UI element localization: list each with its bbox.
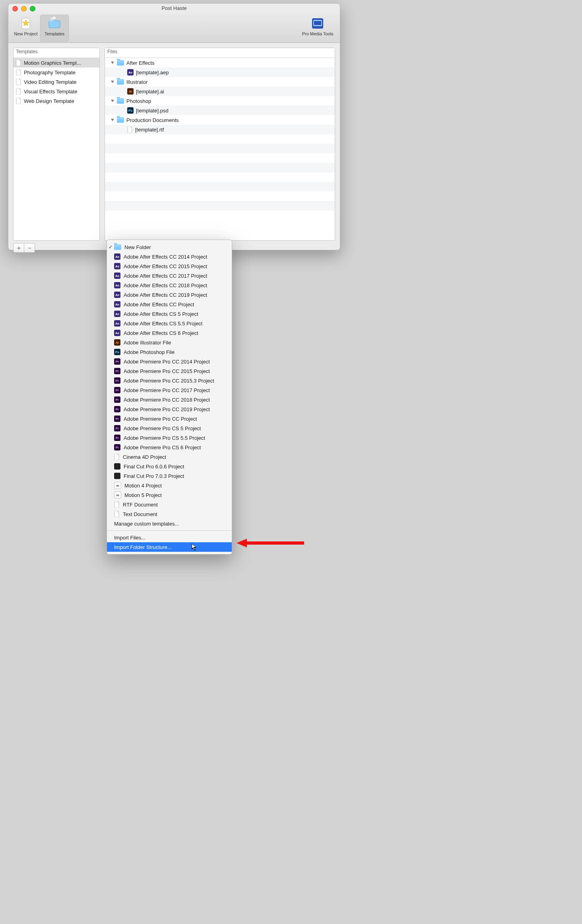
new-project-label: New Project <box>14 31 37 36</box>
menu-item[interactable]: PrAdobe Premiere Pro CC 2017 Project <box>107 385 232 395</box>
zoom-window-button[interactable] <box>30 6 35 12</box>
pr-app-icon: Pr <box>114 444 120 450</box>
new-project-icon <box>18 16 34 31</box>
new-project-button[interactable]: New Project <box>12 15 40 42</box>
menu-item[interactable]: mMotion 4 Project <box>107 481 232 490</box>
document-icon <box>16 60 21 66</box>
templates-list[interactable]: Motion Graphics Templ...Photography Temp… <box>14 58 99 240</box>
file-row[interactable]: Ae[template].aep <box>105 68 335 77</box>
templates-button[interactable]: Templates <box>40 15 69 42</box>
menu-item[interactable]: AeAdobe After Effects CC 2019 Project <box>107 290 232 300</box>
template-row[interactable]: Motion Graphics Templ... <box>14 58 99 68</box>
blk-app-icon <box>114 463 120 470</box>
menu-item[interactable]: AeAdobe After Effects CC Project <box>107 300 232 309</box>
file-label: Photoshop <box>126 98 151 104</box>
menu-item[interactable]: Text Document <box>107 509 232 519</box>
menu-item-manage[interactable]: Manage custom templates... <box>107 519 232 528</box>
file-label: After Effects <box>126 60 155 66</box>
ae-app-icon: Ae <box>114 282 120 288</box>
menu-item-label: Adobe Photoshop File <box>124 349 175 355</box>
menu-item-import-folder-structure[interactable]: Import Folder Structure... <box>107 542 232 552</box>
menu-item[interactable]: PrAdobe Premiere Pro CC 2015.3 Project <box>107 376 232 385</box>
menu-item-label: Adobe After Effects CC 2018 Project <box>124 282 207 288</box>
file-row[interactable]: [template].rtf <box>105 125 335 134</box>
menu-item[interactable]: Cinema 4D Project <box>107 452 232 462</box>
menu-item[interactable]: AeAdobe After Effects CS 5 Project <box>107 309 232 319</box>
menu-item[interactable]: PrAdobe Premiere Pro CC 2018 Project <box>107 395 232 404</box>
pr-app-icon: Pr <box>114 416 120 422</box>
remove-template-button[interactable]: － <box>24 243 35 253</box>
svg-marker-13 <box>111 119 114 121</box>
menu-separator <box>107 530 232 531</box>
menu-item-import-files[interactable]: Import Files... <box>107 533 232 542</box>
folder-row[interactable]: Photoshop <box>105 96 335 106</box>
menu-item-label: Manage custom templates... <box>114 521 179 527</box>
template-row[interactable]: Web Design Template <box>14 96 99 106</box>
ae-app-icon: Ae <box>114 263 120 269</box>
menu-item[interactable]: PrAdobe Premiere Pro CS 5.5 Project <box>107 433 232 443</box>
disclosure-triangle-icon[interactable] <box>111 61 114 65</box>
folder-row[interactable]: After Effects <box>105 58 335 68</box>
menu-item-label: Adobe Premiere Pro CS 5 Project <box>124 425 201 431</box>
ae-app-icon: Ae <box>114 292 120 298</box>
menu-item[interactable]: mMotion 5 Project <box>107 490 232 500</box>
empty-row <box>105 211 335 220</box>
empty-row <box>105 134 335 144</box>
disclosure-triangle-icon[interactable] <box>111 80 114 84</box>
menu-item-label: Motion 5 Project <box>124 492 162 498</box>
menu-item[interactable]: RTF Document <box>107 500 232 509</box>
menu-item-label: Adobe Premiere Pro CC 2017 Project <box>124 387 210 393</box>
menu-item[interactable]: AeAdobe After Effects CC 2018 Project <box>107 280 232 290</box>
menu-item-label: Adobe Premiere Pro CC 2014 Project <box>124 359 210 365</box>
template-row[interactable]: Visual Effects Template <box>14 87 99 96</box>
menu-item-label: New Folder <box>124 244 151 250</box>
add-template-button[interactable]: ＋ <box>13 243 24 253</box>
pro-media-tools-button[interactable]: Pro Media Tools <box>299 15 337 42</box>
svg-rect-8 <box>314 20 322 21</box>
file-label: [template].psd <box>136 108 169 114</box>
menu-item[interactable]: AeAdobe After Effects CC 2015 Project <box>107 261 232 271</box>
menu-item-label: Text Document <box>123 511 157 517</box>
disclosure-triangle-icon[interactable] <box>111 99 114 103</box>
blk-app-icon <box>114 473 120 479</box>
menu-item[interactable]: PrAdobe Premiere Pro CC 2014 Project <box>107 357 232 366</box>
window-body: Templates Motion Graphics Templ...Photog… <box>8 43 340 241</box>
menu-item[interactable]: PrAdobe Premiere Pro CC 2015 Project <box>107 366 232 376</box>
folder-row[interactable]: Illustrator <box>105 77 335 87</box>
menu-item[interactable]: PrAdobe Premiere Pro CC 2019 Project <box>107 404 232 414</box>
disclosure-triangle-icon[interactable] <box>111 118 114 122</box>
menu-item-label: Adobe After Effects CS 5 Project <box>124 311 198 317</box>
template-row[interactable]: Video Editing Template <box>14 77 99 87</box>
menu-item[interactable]: PrAdobe Premiere Pro CS 5 Project <box>107 423 232 433</box>
menu-item[interactable]: AiAdobe Illustrator File <box>107 338 232 347</box>
template-row[interactable]: Photography Template <box>14 68 99 77</box>
template-label: Motion Graphics Templ... <box>24 60 81 66</box>
files-list[interactable]: After EffectsAe[template].aepIllustrator… <box>105 58 335 240</box>
menu-item[interactable]: Final Cut Pro 7.0.3 Project <box>107 471 232 481</box>
add-file-popup-menu[interactable]: ✓New FolderAeAdobe After Effects CC 2014… <box>107 240 232 555</box>
close-window-button[interactable] <box>12 6 18 12</box>
menu-item[interactable]: ✓New Folder <box>107 242 232 252</box>
menu-item-label: Adobe After Effects CS 6 Project <box>124 330 198 336</box>
menu-item[interactable]: Final Cut Pro 6.0.6 Project <box>107 462 232 471</box>
file-row[interactable]: Ai[template].ai <box>105 87 335 96</box>
menu-item-label: Adobe Premiere Pro CC Project <box>124 416 197 422</box>
minimize-window-button[interactable] <box>21 6 27 12</box>
pr-app-icon: Pr <box>114 406 120 412</box>
screen: { "window_title":"Post Haste", "toolbar"… <box>0 0 582 924</box>
pro-media-tools-icon <box>310 16 326 31</box>
menu-item[interactable]: PrAdobe Premiere Pro CS 6 Project <box>107 443 232 452</box>
svg-marker-12 <box>111 100 114 102</box>
menu-item-label: Adobe Premiere Pro CS 5.5 Project <box>124 435 205 441</box>
menu-item[interactable]: AeAdobe After Effects CS 5.5 Project <box>107 319 232 328</box>
folder-row[interactable]: Production Documents <box>105 115 335 125</box>
menu-item[interactable]: PrAdobe Premiere Pro CC Project <box>107 414 232 423</box>
menu-item[interactable]: AeAdobe After Effects CC 2017 Project <box>107 271 232 280</box>
menu-item[interactable]: AeAdobe After Effects CS 6 Project <box>107 328 232 338</box>
menu-item[interactable]: PsAdobe Photoshop File <box>107 347 232 357</box>
pr-app-icon: Pr <box>114 368 120 374</box>
menu-item[interactable]: AeAdobe After Effects CC 2014 Project <box>107 252 232 261</box>
menu-item-label: Adobe Premiere Pro CC 2015.3 Project <box>124 378 214 384</box>
file-row[interactable]: Ps[template].psd <box>105 106 335 115</box>
menu-item-label: Adobe Premiere Pro CC 2018 Project <box>124 397 210 403</box>
